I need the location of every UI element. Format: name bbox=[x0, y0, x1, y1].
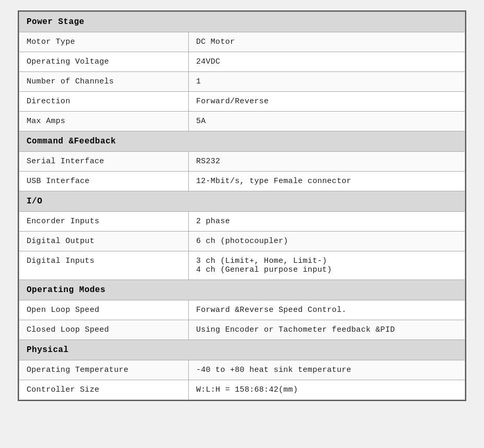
section-title-power-stage: Power Stage bbox=[19, 12, 465, 32]
row-label: Operating Temperature bbox=[19, 360, 189, 380]
section-title-physical: Physical bbox=[19, 340, 465, 360]
row-label: USB Interface bbox=[19, 172, 189, 191]
table-row: DirectionForward/Reverse bbox=[19, 92, 465, 112]
row-value: Using Encoder or Tachometer feedback &PI… bbox=[188, 320, 465, 340]
row-label: Digital Output bbox=[19, 232, 189, 251]
table-row: Operating Voltage24VDC bbox=[19, 52, 465, 72]
row-value: 24VDC bbox=[188, 52, 465, 72]
row-value: Forward &Reverse Speed Control. bbox=[188, 300, 465, 320]
row-value: Forward/Reverse bbox=[188, 92, 465, 112]
row-label: Motor Type bbox=[19, 32, 189, 52]
table-row: Encorder Inputs2 phase bbox=[19, 212, 465, 232]
section-title-io: I/O bbox=[19, 191, 465, 212]
table-row: Operating Temperature-40 to +80 heat sin… bbox=[19, 360, 465, 380]
table-row: Serial InterfaceRS232 bbox=[19, 152, 465, 172]
section-header-physical: Physical bbox=[19, 340, 465, 360]
row-label: Controller Size bbox=[19, 380, 189, 400]
section-header-power-stage: Power Stage bbox=[19, 12, 465, 32]
row-label: Closed Loop Speed bbox=[19, 320, 189, 340]
table-row: Closed Loop SpeedUsing Encoder or Tachom… bbox=[19, 320, 465, 340]
section-title-operating-modes: Operating Modes bbox=[19, 280, 465, 300]
row-value: 5A bbox=[188, 112, 465, 131]
table-row: Max Amps5A bbox=[19, 112, 465, 131]
table-row: Controller SizeW:L:H = 158:68:42(mm) bbox=[19, 380, 465, 400]
section-header-operating-modes: Operating Modes bbox=[19, 280, 465, 300]
row-label: Digital Inputs bbox=[19, 251, 189, 280]
row-label: Direction bbox=[19, 92, 189, 112]
table-row: USB Interface12-Mbit/s, type Female conn… bbox=[19, 172, 465, 191]
row-label: Open Loop Speed bbox=[19, 300, 189, 320]
section-header-command-feedback: Command &Feedback bbox=[19, 131, 465, 152]
row-value: 12-Mbit/s, type Female connector bbox=[188, 172, 465, 191]
row-label: Encorder Inputs bbox=[19, 212, 189, 232]
row-value: 6 ch (photocoupler) bbox=[188, 232, 465, 251]
table-row: Digital Output6 ch (photocoupler) bbox=[19, 232, 465, 251]
row-label: Operating Voltage bbox=[19, 52, 189, 72]
table-row: Digital Inputs3 ch (Limit+, Home, Limit-… bbox=[19, 251, 465, 280]
row-value: DC Motor bbox=[188, 32, 465, 52]
row-value: W:L:H = 158:68:42(mm) bbox=[188, 380, 465, 400]
row-label: Max Amps bbox=[19, 112, 189, 131]
spec-table: Power StageMotor TypeDC MotorOperating V… bbox=[18, 10, 466, 401]
row-value: RS232 bbox=[188, 152, 465, 172]
row-value: 1 bbox=[188, 72, 465, 92]
table-row: Motor TypeDC Motor bbox=[19, 32, 465, 52]
row-value: 2 phase bbox=[188, 212, 465, 232]
section-title-command-feedback: Command &Feedback bbox=[19, 131, 465, 152]
row-label: Number of Channels bbox=[19, 72, 189, 92]
table-row: Open Loop SpeedForward &Reverse Speed Co… bbox=[19, 300, 465, 320]
row-value: 3 ch (Limit+, Home, Limit-) 4 ch (Genera… bbox=[188, 251, 465, 280]
row-value: -40 to +80 heat sink temperature bbox=[188, 360, 465, 380]
table-row: Number of Channels1 bbox=[19, 72, 465, 92]
section-header-io: I/O bbox=[19, 191, 465, 212]
row-label: Serial Interface bbox=[19, 152, 189, 172]
